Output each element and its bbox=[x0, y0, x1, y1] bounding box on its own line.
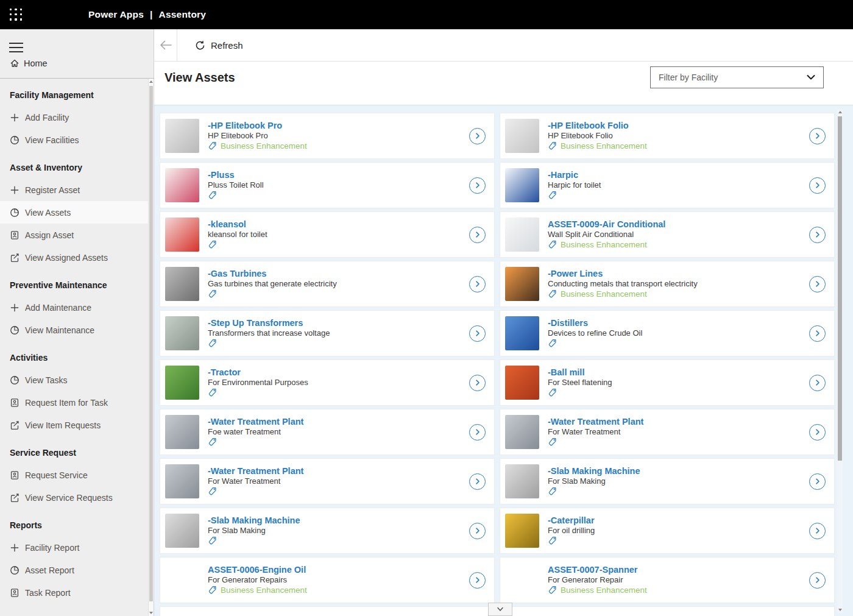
asset-card[interactable]: -Ball mill For Steel flatening bbox=[500, 359, 835, 406]
asset-card[interactable]: -Slab Making Machine For Slab Making bbox=[160, 508, 495, 554]
sidebar-item-register-asset[interactable]: Register Asset bbox=[0, 179, 148, 201]
asset-title-link[interactable]: -Power Lines bbox=[548, 269, 809, 278]
sidebar-item-add-maintenance[interactable]: Add Maintenance bbox=[0, 296, 148, 319]
asset-card[interactable]: ASSET-0009-Air Conditional Wall Split Ai… bbox=[500, 211, 835, 258]
asset-card[interactable]: -Harpic Harpic for toilet bbox=[500, 162, 835, 208]
asset-card[interactable]: -Slab Making Machine For Slab Making bbox=[500, 458, 835, 504]
asset-detail-button[interactable] bbox=[469, 523, 486, 539]
asset-title-link[interactable]: -Caterpillar bbox=[548, 515, 809, 525]
asset-detail-button[interactable] bbox=[809, 572, 826, 589]
asset-detail-button[interactable] bbox=[469, 128, 486, 144]
plus-icon bbox=[10, 113, 19, 122]
asset-detail-button[interactable] bbox=[809, 227, 826, 243]
asset-column-right: -HP Elitebook Folio HP Elitebook Folio B… bbox=[500, 113, 835, 616]
asset-title-link[interactable]: -HP Elitebook Folio bbox=[548, 121, 809, 130]
back-button[interactable] bbox=[154, 29, 177, 61]
sidebar-item-request-item-for-task[interactable]: Request Item for Task bbox=[0, 391, 148, 414]
sidebar-item-view-item-requests[interactable]: View Item Requests bbox=[0, 414, 148, 436]
sidebar-item-view-assigned-assets[interactable]: View Assigned Assets bbox=[0, 246, 148, 269]
sidebar-item-facility-report[interactable]: Facility Report bbox=[0, 536, 148, 559]
asset-image bbox=[505, 218, 539, 252]
asset-detail-button[interactable] bbox=[469, 572, 486, 589]
scroll-up-arrow-icon[interactable] bbox=[838, 111, 842, 113]
sidebar-item-view-maintenance[interactable]: View Maintenance bbox=[0, 319, 148, 341]
asset-detail-button[interactable] bbox=[469, 325, 486, 342]
asset-card[interactable]: -Distillers Devices to refine Crude Oil bbox=[500, 310, 835, 356]
sidebar-scrollbar-thumb[interactable] bbox=[149, 86, 153, 601]
sidebar-item-view-assets[interactable]: View Assets bbox=[0, 201, 148, 224]
asset-detail-button[interactable] bbox=[809, 325, 826, 342]
asset-card[interactable]: -kleansol kleansol for toilet bbox=[160, 211, 495, 258]
asset-title-link[interactable]: -Slab Making Machine bbox=[208, 515, 469, 525]
asset-card-body: ASSET-0006-Engine Oil For Generator Repa… bbox=[208, 565, 469, 596]
asset-card[interactable]: -Step Up Transformers Transformers that … bbox=[160, 310, 495, 356]
asset-title-link[interactable]: ASSET-0006-Engine Oil bbox=[208, 565, 469, 575]
asset-title-link[interactable]: -Distillers bbox=[548, 318, 809, 328]
asset-detail-button[interactable] bbox=[469, 473, 486, 490]
asset-title-link[interactable]: -Water Treatment Plant bbox=[548, 417, 809, 427]
asset-card[interactable]: -Water Treatment Plant Foe water Treatme… bbox=[160, 409, 495, 455]
asset-detail-button[interactable] bbox=[809, 276, 826, 292]
asset-image bbox=[165, 218, 199, 252]
asset-detail-button[interactable] bbox=[809, 473, 826, 490]
asset-detail-button[interactable] bbox=[809, 375, 826, 391]
asset-title-link[interactable]: -kleansol bbox=[208, 219, 469, 229]
asset-card[interactable]: -HP Elitebook Folio HP Elitebook Folio B… bbox=[500, 113, 835, 159]
sidebar-item-view-tasks[interactable]: View Tasks bbox=[0, 369, 148, 391]
asset-description: For Water Treatment bbox=[208, 476, 469, 486]
sidebar-item-view-service-requests[interactable]: View Service Requests bbox=[0, 486, 148, 509]
asset-title-link[interactable]: ASSET-0007-Spanner bbox=[548, 565, 809, 575]
asset-detail-button[interactable] bbox=[809, 424, 826, 441]
asset-title-link[interactable]: -Harpic bbox=[548, 170, 809, 180]
asset-title-link[interactable]: -Water Treatment Plant bbox=[208, 466, 469, 476]
asset-detail-button[interactable] bbox=[469, 375, 486, 391]
hamburger-menu-icon[interactable] bbox=[9, 40, 23, 55]
main-scrollbar-thumb[interactable] bbox=[838, 116, 842, 461]
sidebar-item-asset-report[interactable]: Asset Report bbox=[0, 559, 148, 581]
asset-title-link[interactable]: -Step Up Transformers bbox=[208, 318, 469, 328]
asset-detail-button[interactable] bbox=[809, 177, 826, 194]
asset-detail-button[interactable] bbox=[469, 227, 486, 243]
asset-card[interactable]: -Water Treatment Plant For Water Treatme… bbox=[160, 458, 495, 504]
asset-card[interactable]: ASSET-0010-Shell Helix Engine Oil bbox=[500, 606, 835, 616]
asset-title-link[interactable]: -Water Treatment Plant bbox=[208, 417, 469, 427]
asset-card[interactable]: ASSET-0007-Spanner For Generator Repair … bbox=[500, 557, 835, 603]
sidebar-item-task-report[interactable]: Task Report bbox=[0, 581, 148, 604]
sidebar-item-request-service[interactable]: Request Service bbox=[0, 464, 148, 486]
refresh-button[interactable]: Refresh bbox=[195, 29, 243, 61]
asset-detail-button[interactable] bbox=[469, 424, 486, 441]
asset-card[interactable]: ASSET-0008-Alkipures Packing bbox=[160, 606, 495, 616]
asset-card[interactable]: -Power Lines Conducting metals that tran… bbox=[500, 261, 835, 307]
scroll-down-button[interactable] bbox=[488, 603, 512, 616]
asset-title-link[interactable]: -Ball mill bbox=[548, 367, 809, 377]
asset-card[interactable]: -Tractor For Environmental Purposes bbox=[160, 359, 495, 406]
asset-detail-button[interactable] bbox=[469, 177, 486, 194]
asset-title-link[interactable]: ASSET-0009-Air Conditional bbox=[548, 219, 809, 229]
asset-card[interactable]: -HP Elitebook Pro HP Elitebook Pro Busin… bbox=[160, 113, 495, 159]
asset-tag-row: Business Enhancement bbox=[548, 239, 809, 250]
scroll-up-arrow-icon[interactable] bbox=[149, 80, 153, 83]
asset-title-link[interactable]: -Slab Making Machine bbox=[548, 466, 809, 476]
sidebar-scrollbar[interactable] bbox=[148, 79, 154, 616]
asset-card[interactable]: -Caterpillar For oil drilling bbox=[500, 508, 835, 554]
asset-detail-button[interactable] bbox=[809, 523, 826, 539]
asset-card[interactable]: -Pluss Pluss Toilet Roll bbox=[160, 162, 495, 208]
asset-title-link[interactable]: -Pluss bbox=[208, 170, 469, 180]
asset-card[interactable]: -Water Treatment Plant For Water Treatme… bbox=[500, 409, 835, 455]
main-scrollbar[interactable] bbox=[837, 109, 843, 613]
asset-title-link[interactable]: -Gas Turbines bbox=[208, 269, 469, 278]
asset-title-link[interactable]: -HP Elitebook Pro bbox=[208, 121, 469, 130]
asset-detail-button[interactable] bbox=[809, 128, 826, 144]
waffle-menu-icon[interactable] bbox=[10, 9, 23, 21]
sidebar-item-assign-asset[interactable]: Assign Asset bbox=[0, 224, 148, 246]
asset-title-link[interactable]: -Tractor bbox=[208, 367, 469, 377]
asset-detail-button[interactable] bbox=[469, 276, 486, 292]
facility-filter-dropdown[interactable]: Filter by Facility bbox=[650, 66, 824, 88]
scroll-down-arrow-icon[interactable] bbox=[149, 612, 153, 614]
asset-card[interactable]: ASSET-0006-Engine Oil For Generator Repa… bbox=[160, 557, 495, 603]
asset-card[interactable]: -Gas Turbines Gas turbines that generate… bbox=[160, 261, 495, 307]
sidebar-item-add-facility[interactable]: Add Facility bbox=[0, 106, 148, 129]
sidebar-item-home[interactable]: Home bbox=[10, 57, 48, 70]
sidebar-item-view-facilities[interactable]: View Facilities bbox=[0, 129, 148, 151]
scroll-down-arrow-icon[interactable] bbox=[838, 609, 842, 611]
